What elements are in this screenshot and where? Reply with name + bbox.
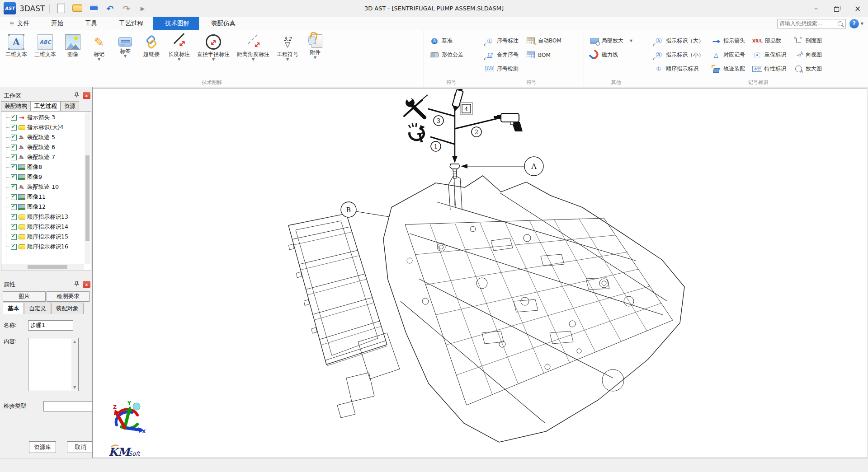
- properties-tab[interactable]: 检测要求: [47, 291, 90, 302]
- tree-item[interactable]: 指示标识(大)4: [1, 122, 84, 132]
- checkbox-checked[interactable]: [11, 164, 17, 170]
- bolt-part[interactable]: [450, 164, 460, 178]
- checkbox-checked[interactable]: [11, 125, 17, 131]
- properties-tab[interactable]: 装配对象: [51, 303, 84, 314]
- hand-turn-icon[interactable]: [409, 123, 425, 142]
- menu-tab[interactable]: 工艺过程: [107, 17, 153, 30]
- window-control-button[interactable]: –: [806, 0, 826, 17]
- callout-b[interactable]: B: [341, 202, 389, 217]
- quick-access-button[interactable]: [71, 2, 84, 15]
- ribbon-small-button[interactable]: 剖面图: [790, 34, 826, 48]
- tree-item[interactable]: 图像11: [1, 192, 84, 202]
- ribbon-big-button[interactable]: 标签 ▼: [112, 32, 138, 59]
- pin-icon[interactable]: [74, 92, 79, 99]
- ribbon-big-button[interactable]: 直径半径标注 ▼: [193, 32, 233, 62]
- ribbon-big-button[interactable]: 标记 ▼: [86, 32, 112, 62]
- drawing-canvas[interactable]: 3 2 1 4 A B X Y Z: [93, 89, 867, 458]
- window-control-button[interactable]: [826, 0, 847, 17]
- ribbon-small-button[interactable]: 重保标识: [749, 48, 790, 62]
- action-button[interactable]: 取消: [67, 441, 93, 453]
- tree-item[interactable]: 装配轨迹 10: [1, 182, 84, 192]
- tree-item[interactable]: 指示箭头 3: [1, 112, 84, 122]
- impact-wrench-icon[interactable]: [494, 113, 523, 131]
- ribbon-big-button[interactable]: 二维文本 ▼: [2, 32, 31, 62]
- quick-access-button[interactable]: ↶: [103, 2, 117, 15]
- help-button[interactable]: ?: [849, 19, 859, 28]
- ribbon-small-button[interactable]: BOM: [522, 48, 565, 62]
- sequence-callout-2[interactable]: 2: [472, 127, 481, 137]
- ribbon-big-button[interactable]: 附件 ▼: [302, 32, 328, 60]
- ribbon-small-button[interactable]: 基准 ▼: [426, 34, 477, 48]
- sequence-callout-3[interactable]: 3: [434, 116, 443, 126]
- menu-tab[interactable]: ≡文件: [0, 17, 39, 30]
- ribbon-big-button[interactable]: 工程符号 ▼: [273, 32, 302, 62]
- tree-item[interactable]: 装配轨迹 5: [1, 132, 84, 142]
- callout-a[interactable]: A: [461, 157, 543, 176]
- checkbox-checked[interactable]: [11, 135, 17, 140]
- checkbox-checked[interactable]: [11, 244, 17, 250]
- checkbox-checked[interactable]: [11, 194, 17, 200]
- ribbon-small-button[interactable]: 形位公差 ▼: [426, 48, 477, 62]
- name-input[interactable]: [28, 320, 73, 331]
- textarea-scrollbar[interactable]: ▲▼: [71, 339, 78, 390]
- tree-item[interactable]: 图像8: [1, 162, 84, 172]
- quick-access-button[interactable]: ▶: [136, 2, 149, 15]
- ribbon-small-button[interactable]: 磁力线 ▼: [586, 48, 646, 62]
- sequence-callout-4[interactable]: 4: [460, 103, 472, 115]
- checkbox-checked[interactable]: [11, 154, 17, 160]
- ribbon-small-button[interactable]: 指示箭头: [708, 34, 749, 48]
- window-control-button[interactable]: ×: [847, 0, 868, 17]
- scroll-down-icon[interactable]: ▼: [73, 385, 76, 389]
- ribbon-big-button[interactable]: 超链接 ▼: [138, 32, 165, 62]
- vertical-scrollbar[interactable]: [85, 112, 90, 264]
- close-icon[interactable]: x: [83, 92, 90, 99]
- tree-item[interactable]: 顺序指示标识14: [1, 222, 84, 232]
- scrollbar-thumb[interactable]: [28, 265, 67, 269]
- sequence-callout-1[interactable]: 1: [431, 141, 441, 151]
- content-textarea[interactable]: ▲▼: [28, 338, 79, 391]
- properties-tab[interactable]: 自定义: [24, 303, 51, 314]
- tree-item[interactable]: 顺序指示标识16: [1, 242, 84, 252]
- tree-item[interactable]: 图像12: [1, 202, 84, 212]
- workspace-tab[interactable]: 工艺过程: [31, 101, 61, 111]
- search-box[interactable]: [777, 19, 846, 28]
- ribbon-small-button[interactable]: 局部放大 ▼: [586, 34, 646, 48]
- properties-tab[interactable]: 基本: [3, 303, 24, 314]
- pin-icon[interactable]: [74, 281, 79, 288]
- ribbon-small-button[interactable]: 轨迹装配: [708, 62, 749, 76]
- tree-item[interactable]: 装配轨迹 7: [1, 152, 84, 162]
- ribbon-small-button[interactable]: 序号标注: [481, 34, 522, 48]
- checkbox-checked[interactable]: [11, 115, 17, 121]
- check-type-input[interactable]: [43, 401, 93, 411]
- checkbox-checked[interactable]: [11, 214, 17, 220]
- properties-tab[interactable]: 图片: [3, 291, 46, 302]
- tree-item[interactable]: 顺序指示标识13: [1, 212, 84, 222]
- quick-access-button[interactable]: ↷: [119, 2, 133, 15]
- checkbox-checked[interactable]: [11, 145, 17, 150]
- help-dropdown-icon[interactable]: ▼: [861, 22, 863, 26]
- checkbox-checked[interactable]: [11, 204, 17, 210]
- quick-access-button[interactable]: [54, 2, 68, 15]
- wrench-icon[interactable]: [404, 95, 428, 117]
- ribbon-big-button[interactable]: 三维文本 ▼: [31, 32, 60, 62]
- ribbon-big-button[interactable]: 图像 ▼: [60, 32, 86, 62]
- menu-tab[interactable]: 装配仿真: [199, 17, 245, 30]
- checkbox-checked[interactable]: [11, 184, 17, 190]
- ribbon-small-button[interactable]: 向视图: [790, 48, 826, 62]
- menu-tab[interactable]: 开始: [39, 17, 73, 30]
- ribbon-small-button[interactable]: XR/L 部品数: [749, 34, 790, 48]
- action-button[interactable]: 资源库: [29, 441, 56, 453]
- workspace-tab[interactable]: 资源: [61, 101, 79, 111]
- checkbox-checked[interactable]: [11, 174, 17, 180]
- ribbon-small-button[interactable]: 指示标识（小）: [650, 48, 708, 62]
- quick-access-button[interactable]: [87, 2, 100, 15]
- menu-tab[interactable]: 工具: [73, 17, 107, 30]
- checkbox-checked[interactable]: [11, 234, 17, 240]
- workspace-tab[interactable]: 装配结构: [1, 101, 31, 111]
- ribbon-small-button[interactable]: 指示标识（大）: [650, 34, 708, 48]
- scroll-up-icon[interactable]: ▲: [73, 340, 76, 344]
- checkbox-checked[interactable]: [11, 224, 17, 230]
- tree-item[interactable]: 顺序指示标识15: [1, 232, 84, 242]
- close-icon[interactable]: x: [83, 281, 90, 288]
- ribbon-big-button[interactable]: 长度标注 ▼: [165, 32, 193, 62]
